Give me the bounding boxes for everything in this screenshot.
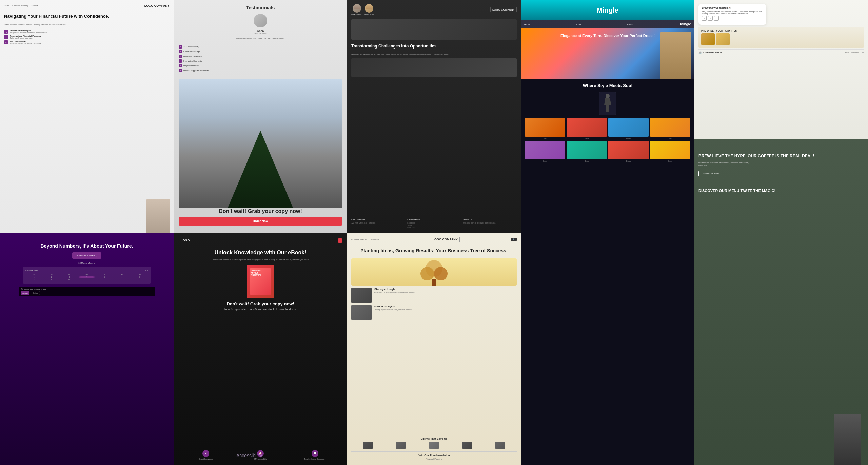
fashion-cell-8: Dress — [650, 141, 690, 162]
mingle-banner-logo: Mingle — [597, 6, 618, 14]
tax-content: Tax Optimization Maximize savings and en… — [10, 40, 170, 44]
food-item-2 — [716, 33, 730, 45]
section-market: Market Analysis Tending to your business… — [351, 305, 517, 320]
biz-content-text: With years of experience and a proven tr… — [351, 53, 517, 56]
newsletter-label: Financial Planning — [351, 458, 517, 460]
meeting-label: 30 Minute Meeting — [78, 262, 95, 264]
client-logos — [351, 442, 517, 449]
nav-contact[interactable]: Contact — [31, 5, 38, 7]
biz-hero-image — [351, 19, 517, 40]
expert-knowledge-icon: ★ — [202, 450, 209, 457]
svg-point-0 — [606, 94, 610, 98]
mingle-top-banner: Mingle — [521, 0, 694, 20]
check-icon-6: ✓ — [179, 69, 182, 72]
dress-label-1: Dress — [525, 137, 565, 139]
fashion-img-8 — [650, 141, 690, 159]
biz-footer: San Francisco 123 Main Street, San Franc… — [351, 219, 517, 229]
card-testimonials: Testimonials Anna Senior Analyst Too oft… — [174, 0, 347, 233]
cookie-decline-button[interactable]: Decline — [31, 291, 40, 295]
feature-label-3: User-Friendly Format — [183, 55, 203, 57]
cookie-accept-button[interactable]: Accept — [21, 291, 29, 295]
footer-col-1: San Francisco 123 Main Street, San Franc… — [351, 219, 405, 229]
cal-day-1[interactable]: Su — [25, 273, 42, 275]
calendar-nav[interactable]: < > — [145, 270, 148, 272]
mountain-visual — [179, 79, 342, 208]
cal-day-11[interactable]: 4 — [78, 276, 95, 278]
svg-rect-4 — [432, 279, 436, 286]
cta-title: Don't wait! Grab your copy now! — [179, 208, 342, 214]
biz-tree-search[interactable]: 🔍 — [511, 238, 517, 241]
coffee-nav-cart[interactable]: Cart — [861, 52, 864, 54]
coffee-shop-logo: ☕ COFFEE SHOP — [698, 51, 722, 54]
cal-day-17[interactable]: 10 — [61, 279, 78, 281]
clients-section: Clients That Love Us — [351, 437, 517, 449]
coffee-top-section: Brew-tifully Connected ☕ Stay connected … — [694, 0, 868, 139]
social-instagram[interactable]: in — [714, 16, 719, 21]
biz-tree-nav: Financial Planning Newsletter — [351, 238, 379, 240]
finance-service-list: ★ Investment Strategies Navigate the wor… — [4, 30, 170, 44]
dress-label-2: Dress — [567, 137, 607, 139]
coffee-bottom-section: BREW-LIEVE THE HYPE, OUR COFFEE IS THE R… — [694, 139, 868, 465]
finance-person-image — [146, 199, 170, 233]
cal-day-3[interactable]: Tu — [61, 273, 78, 275]
planning-desc: Tailor your financial roadmap... — [10, 37, 170, 39]
client-logo-1 — [363, 442, 373, 449]
cal-day-4[interactable]: We — [78, 273, 95, 275]
cal-day-8[interactable]: 1 — [25, 276, 42, 278]
ebook-close-btn[interactable] — [338, 238, 342, 243]
mingle-subtitle: Where Style Meets Soul — [525, 83, 690, 88]
cal-day-9[interactable]: 2 — [43, 276, 60, 278]
mingle-card-inner: Mingle Home About Contact Mingle Eleganc… — [521, 0, 694, 465]
schedule-meeting-button[interactable]: Schedule a Meeting — [72, 252, 101, 259]
cal-day-15[interactable]: 8 — [25, 279, 42, 281]
cal-day-7[interactable]: Sa — [131, 273, 148, 275]
footer-col-3-text: We are a team of dedicated professionals… — [463, 222, 517, 224]
tree-visual — [351, 258, 517, 286]
investment-icon: ★ — [4, 30, 8, 34]
feature-label-4: Interactive Elements — [183, 60, 202, 62]
cal-day-13[interactable]: 6 — [114, 276, 131, 278]
coffee-nav-menu[interactable]: Menu — [845, 52, 850, 54]
market-img — [351, 305, 372, 320]
cal-day-14[interactable]: 7 — [131, 276, 148, 278]
finance-top-subtitle: In the complex realm of finance, making … — [4, 23, 170, 26]
strategic-label: Strategic Insight — [374, 288, 417, 291]
social-twitter[interactable]: t — [708, 16, 713, 21]
person-1-avatar — [353, 4, 361, 13]
check-icon-5: ✓ — [179, 64, 182, 67]
cal-day-12[interactable]: 5 — [96, 276, 113, 278]
tax-desc: Maximize savings and ensure compliance..… — [10, 42, 170, 44]
nav-meeting[interactable]: Secure a Meeting — [12, 5, 28, 7]
ebook-card-inner: LOGO Unlock Knowledge with Our eBook! Di… — [174, 233, 347, 465]
mingle-nav-contact[interactable]: Contact — [627, 23, 634, 25]
coffee-nav-locations[interactable]: Locations — [851, 52, 859, 54]
ebook-cta-title: Don't wait! Grab your copy now! — [179, 301, 342, 306]
cta-button[interactable]: Order Now — [179, 217, 342, 226]
social-facebook[interactable]: f — [702, 16, 707, 21]
cal-day-10[interactable]: 3 — [61, 276, 78, 278]
food-items-row — [701, 33, 861, 45]
strategic-img — [351, 288, 372, 303]
biz-tree-header: Financial Planning Newsletter LOGO COMPA… — [351, 237, 517, 242]
mingle-nav-about[interactable]: About — [576, 23, 581, 25]
cal-day-6[interactable]: Fr — [114, 273, 131, 275]
fashion-cell-2: Dress — [567, 118, 607, 139]
footer-col-1-title: San Francisco — [351, 219, 405, 221]
mingle-nav-home[interactable]: Home — [524, 23, 530, 25]
nav-home[interactable]: Home — [4, 5, 9, 7]
cal-day-16[interactable]: 9 — [43, 279, 60, 281]
feature-item-6: ✓ Reader Support Community — [179, 69, 342, 72]
person-2-avatar — [365, 4, 373, 13]
coffee-shop-name: COFFEE SHOP — [703, 51, 722, 54]
footer-col-3: About Us We are a team of dedicated prof… — [463, 219, 517, 229]
service-tax: % Tax Optimization Maximize savings and … — [4, 40, 170, 44]
biz-tree-nav-2[interactable]: Newsletter — [370, 238, 379, 240]
preorder-section: PRE-ORDER YOUR FAVORITES — [698, 27, 864, 48]
cal-day-5[interactable]: Th — [96, 273, 113, 275]
biz-header: Mark Fabersky Adam Smith LOGO COMPANY — [351, 4, 517, 15]
biz-tree-nav-1[interactable]: Financial Planning — [351, 238, 368, 240]
discover-menu-button[interactable]: Discover Our Menu — [698, 171, 722, 176]
mingle-hero-person — [660, 32, 691, 79]
coffee-bottom-title: BREW-LIEVE THE HYPE, OUR COFFEE IS THE R… — [698, 154, 864, 158]
cal-day-2[interactable]: Mo — [43, 273, 60, 275]
